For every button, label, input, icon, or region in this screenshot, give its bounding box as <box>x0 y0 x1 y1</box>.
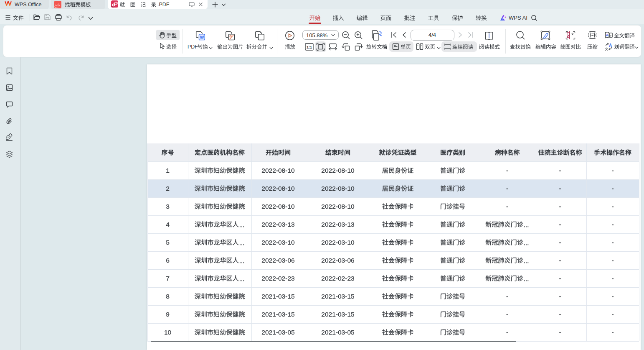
svg-text:1:1: 1:1 <box>307 45 312 49</box>
svg-text:A: A <box>606 33 609 37</box>
svg-text:W: W <box>200 35 204 40</box>
svg-text:A: A <box>609 43 612 48</box>
